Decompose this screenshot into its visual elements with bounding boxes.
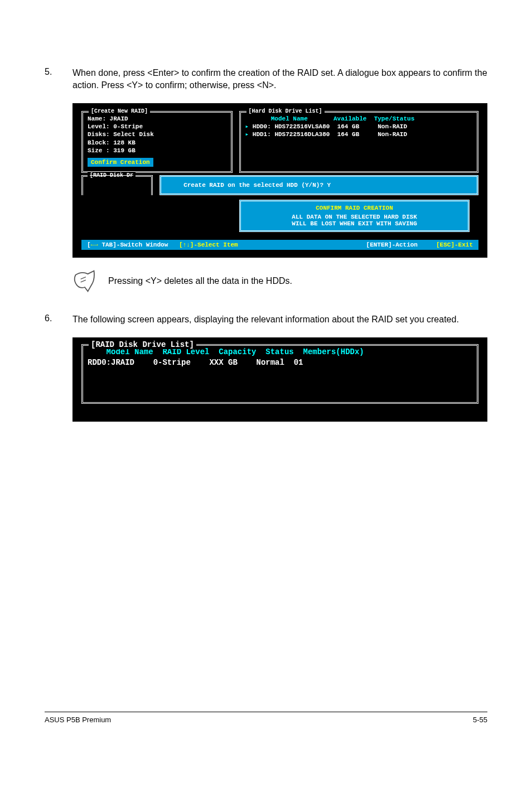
confirm-creation-label: Confirm Creation (88, 158, 153, 167)
warning-line: ALL DATA ON THE SELECTED HARD DISK (246, 214, 462, 220)
warning-line: WILL BE LOST WHEN EXIT WITH SAVING (246, 220, 462, 227)
field-block: Block: 128 KB (88, 139, 226, 147)
note-row: Pressing <Y> deletes all the data in the… (72, 269, 487, 293)
step-number: 5. (45, 67, 72, 92)
table-row: RDD0:JRAID 0-Stripe XXX GB Normal 01 (88, 357, 472, 369)
note-icon (72, 269, 97, 293)
field-level: Level: 0-Stripe (88, 123, 226, 131)
box-title: [RAID Disk Drive List] (89, 340, 196, 349)
box-title: [Hard Disk Drive List] (246, 108, 325, 114)
step-text: When done, press <Enter> to confirm the … (72, 67, 487, 92)
bios-footer-bar: [←→ TAB]-Switch Window [↑↓]-Select Item … (81, 240, 478, 250)
table-row: ▸ HDD1: HDS722516DLA380 164 GB Non-RAID (245, 131, 472, 138)
step-text: The following screen appears, displaying… (72, 313, 459, 326)
raid-disk-partial-box: [RAID Disk Dr (81, 175, 153, 195)
footer-right: 5-55 (473, 716, 487, 724)
hard-disk-drive-list-box: [Hard Disk Drive List] Model Name Availa… (239, 111, 478, 173)
step-5: 5. When done, press <Enter> to confirm t… (45, 67, 487, 92)
field-name: Name: JRAID (88, 115, 226, 123)
warning-title: CONFIRM RAID CREATION (246, 205, 462, 211)
box-title-truncated: [RAID Disk Dr (88, 172, 136, 178)
table-row: ▸ HDD0: HDS722516VLSA80 164 GB Non-RAID (245, 123, 472, 131)
step-6: 6. The following screen appears, display… (45, 313, 487, 326)
create-raid-prompt: Create RAID on the selected HDD (Y/N)? Y (159, 175, 478, 195)
field-disks: Disks: Select Disk (88, 131, 226, 138)
bios-screenshot-1: [Create New RAID] Name: JRAID Level: 0-S… (72, 103, 487, 258)
note-text: Pressing <Y> deletes all the data in the… (108, 276, 292, 286)
create-new-raid-box: [Create New RAID] Name: JRAID Level: 0-S… (81, 111, 233, 173)
confirm-warning-box: CONFIRM RAID CREATION ALL DATA ON THE SE… (239, 200, 470, 232)
step-number: 6. (45, 313, 72, 326)
page-footer: ASUS P5B Premium 5-55 (45, 712, 487, 724)
field-size: Size : 319 GB (88, 147, 226, 154)
footer-left: ASUS P5B Premium (45, 716, 111, 724)
box-title: [Create New RAID] (89, 108, 150, 114)
table-header: Model Name Available Type/Status (245, 115, 472, 123)
bios-screenshot-2: [RAID Disk Drive List] Model Name RAID L… (72, 337, 487, 422)
